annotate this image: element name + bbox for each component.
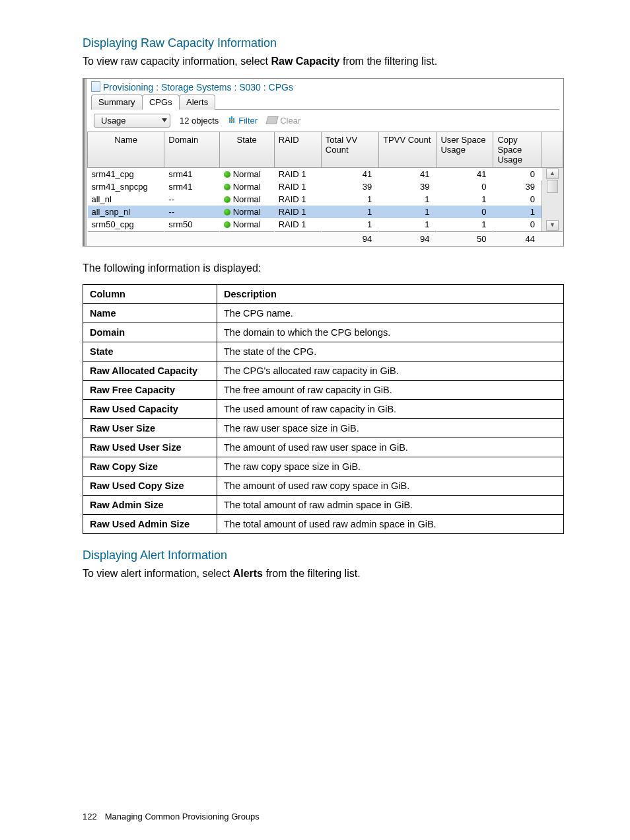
breadcrumb: Provisioning : Storage Systems : S030 : … bbox=[87, 79, 563, 94]
col-domain[interactable]: Domain bbox=[164, 132, 219, 167]
page-footer: 122Managing Common Provisioning Groups bbox=[83, 812, 260, 821]
tab-summary[interactable]: Summary bbox=[91, 95, 143, 110]
grid-scrollbar[interactable]: ▲ ▼ bbox=[542, 167, 563, 231]
cell-tv: 1 bbox=[321, 193, 378, 206]
desc-col-name: Raw Free Capacity bbox=[83, 381, 217, 400]
status-dot-icon bbox=[224, 184, 230, 190]
desc-col-description: The amount of used raw user space in GiB… bbox=[217, 438, 564, 457]
cell-tv: 39 bbox=[321, 180, 378, 193]
state-label: Normal bbox=[233, 194, 261, 204]
cell-cs: 1 bbox=[493, 206, 542, 218]
cell-name: all_snp_nl bbox=[88, 206, 164, 218]
alerts-intro: To view alert information, select Alerts… bbox=[83, 566, 564, 581]
desc-header-column: Column bbox=[83, 285, 217, 304]
desc-header-description: Description bbox=[217, 285, 564, 304]
desc-row: Raw Allocated CapacityThe CPG's allocate… bbox=[83, 362, 564, 381]
desc-col-name: Raw User Size bbox=[83, 419, 217, 438]
filter-label: Filter bbox=[238, 116, 258, 126]
desc-col-description: The CPG name. bbox=[217, 304, 564, 323]
desc-col-name: Raw Admin Size bbox=[83, 496, 217, 515]
breadcrumb-text: Provisioning : Storage Systems : S030 : … bbox=[103, 82, 293, 93]
cell-us: 41 bbox=[437, 167, 493, 180]
following-info-text: The following information is displayed: bbox=[83, 261, 564, 276]
clear-button[interactable]: Clear bbox=[267, 116, 300, 126]
cell-domain: srm50 bbox=[164, 218, 219, 231]
total-cs: 44 bbox=[493, 231, 542, 246]
cell-domain: srm41 bbox=[164, 167, 219, 180]
view-dropdown[interactable]: Usage bbox=[94, 114, 170, 128]
col-state[interactable]: State bbox=[219, 132, 274, 167]
desc-row: DomainThe domain to which the CPG belong… bbox=[83, 323, 564, 342]
cell-state: Normal bbox=[219, 180, 274, 193]
state-label: Normal bbox=[233, 219, 261, 229]
cpg-panel: Provisioning : Storage Systems : S030 : … bbox=[83, 78, 564, 247]
cell-tv: 41 bbox=[321, 167, 378, 180]
desc-row: Raw Used CapacityThe used amount of raw … bbox=[83, 400, 564, 419]
cell-state: Normal bbox=[219, 218, 274, 231]
desc-row: Raw Used Admin SizeThe total amount of u… bbox=[83, 515, 564, 534]
text: To view alert information, select bbox=[83, 568, 233, 579]
state-label: Normal bbox=[233, 169, 261, 179]
desc-col-description: The state of the CPG. bbox=[217, 342, 564, 362]
desc-col-description: The total amount of raw admin space in G… bbox=[217, 496, 564, 515]
desc-row: Raw Used User SizeThe amount of used raw… bbox=[83, 438, 564, 457]
total-us: 50 bbox=[437, 231, 493, 246]
desc-col-name: Raw Allocated Capacity bbox=[83, 362, 217, 381]
description-table: Column Description NameThe CPG name.Doma… bbox=[83, 284, 564, 534]
cell-tp: 39 bbox=[379, 180, 437, 193]
desc-col-name: State bbox=[83, 342, 217, 362]
tab-cpgs[interactable]: CPGs bbox=[142, 95, 180, 110]
col-tpvv[interactable]: TPVV Count bbox=[379, 132, 437, 167]
desc-col-name: Domain bbox=[83, 323, 217, 342]
table-row[interactable]: srm50_cpg srm50 Normal RAID 1 1 1 1 0 bbox=[88, 218, 563, 231]
cell-cs: 0 bbox=[493, 218, 542, 231]
desc-row: Raw Copy SizeThe raw copy space size in … bbox=[83, 457, 564, 477]
desc-row: Raw Admin SizeThe total amount of raw ad… bbox=[83, 496, 564, 515]
section-heading-raw-capacity: Displaying Raw Capacity Information bbox=[83, 36, 564, 50]
cell-domain: -- bbox=[164, 206, 219, 218]
cell-state: Normal bbox=[219, 206, 274, 218]
desc-col-name: Raw Used Copy Size bbox=[83, 477, 217, 496]
tab-alerts[interactable]: Alerts bbox=[179, 95, 215, 110]
state-label: Normal bbox=[233, 207, 261, 217]
desc-row: NameThe CPG name. bbox=[83, 304, 564, 323]
desc-col-description: The raw user space size in GiB. bbox=[217, 419, 564, 438]
cell-name: srm41_snpcpg bbox=[88, 180, 164, 193]
scroll-thumb[interactable] bbox=[547, 180, 558, 193]
desc-col-description: The total amount of used raw admin space… bbox=[217, 515, 564, 534]
col-copyspace[interactable]: Copy Space Usage bbox=[493, 132, 542, 167]
filter-button[interactable]: Filter bbox=[228, 116, 258, 126]
cell-us: 0 bbox=[437, 206, 493, 218]
text: from the filtering list. bbox=[263, 568, 361, 579]
table-row[interactable]: all_snp_nl -- Normal RAID 1 1 1 0 1 bbox=[88, 206, 563, 218]
col-totalvv[interactable]: Total VV Count bbox=[321, 132, 378, 167]
cell-us: 0 bbox=[437, 180, 493, 193]
section-heading-alerts: Displaying Alert Information bbox=[83, 549, 564, 562]
desc-col-description: The amount of used raw copy space in GiB… bbox=[217, 477, 564, 496]
cell-name: all_nl bbox=[88, 193, 164, 206]
col-userspace[interactable]: User Space Usage bbox=[437, 132, 493, 167]
scroll-up-icon[interactable]: ▲ bbox=[546, 169, 559, 179]
table-row[interactable]: srm41_cpg srm41 Normal RAID 1 41 41 41 0… bbox=[88, 167, 563, 180]
desc-row: Raw Free CapacityThe free amount of raw … bbox=[83, 381, 564, 400]
scroll-down-icon[interactable]: ▼ bbox=[546, 220, 559, 231]
toolbar: Usage 12 objects Filter Clear bbox=[87, 114, 563, 132]
cell-cs: 0 bbox=[493, 167, 542, 180]
table-row[interactable]: all_nl -- Normal RAID 1 1 1 1 0 bbox=[88, 193, 563, 206]
filter-icon bbox=[228, 116, 236, 124]
cpg-grid: Name Domain State RAID Total VV Count TP… bbox=[87, 132, 563, 246]
cell-domain: srm41 bbox=[164, 180, 219, 193]
status-dot-icon bbox=[224, 196, 230, 203]
col-raid[interactable]: RAID bbox=[274, 132, 321, 167]
totals-row: 94 94 50 44 bbox=[88, 231, 563, 246]
eraser-icon bbox=[266, 116, 279, 124]
alerts-bold: Alerts bbox=[233, 568, 263, 579]
desc-row: Raw Used Copy SizeThe amount of used raw… bbox=[83, 477, 564, 496]
table-row[interactable]: srm41_snpcpg srm41 Normal RAID 1 39 39 0… bbox=[88, 180, 563, 193]
object-count: 12 objects bbox=[180, 116, 219, 126]
raw-capacity-bold: Raw Capacity bbox=[271, 56, 339, 67]
text: To view raw capacity information, select bbox=[83, 56, 271, 67]
desc-col-name: Raw Used Admin Size bbox=[83, 515, 217, 534]
col-name[interactable]: Name bbox=[88, 132, 164, 167]
desc-col-name: Name bbox=[83, 304, 217, 323]
